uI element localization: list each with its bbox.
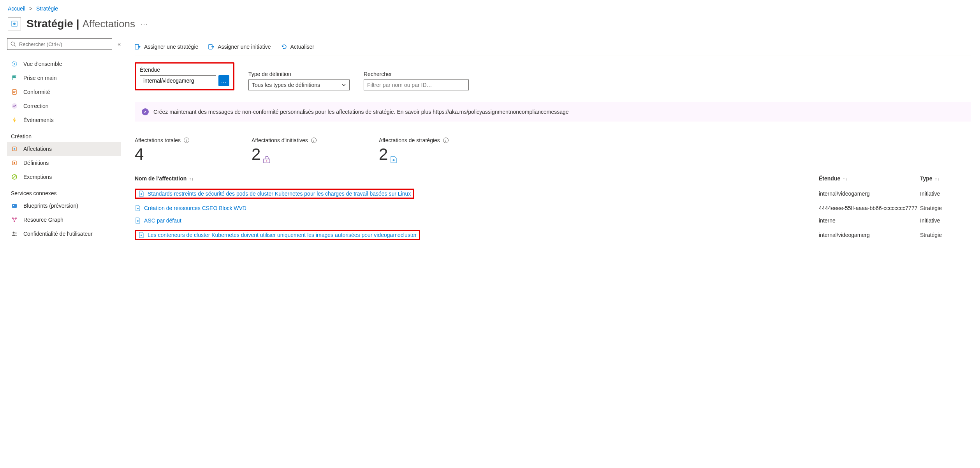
rocket-icon	[142, 108, 149, 115]
scope-highlight: Étendue …	[135, 62, 234, 90]
page-title: Stratégie | Affectations	[26, 18, 135, 30]
assignment-link[interactable]: Création de ressources CSEO Block WVD	[144, 205, 246, 211]
assignments-table: Nom de l'affectation↑↓ Étendue↑↓ Type↑↓ …	[135, 171, 971, 243]
sidebar-item-overview[interactable]: Vue d'ensemble	[7, 57, 121, 71]
svg-point-24	[266, 161, 267, 162]
search-label: Rechercher	[364, 71, 469, 77]
page-header: Stratégie | Affectations ⋯	[0, 13, 980, 38]
page-title-sub: Affectations	[83, 18, 135, 30]
svg-rect-6	[12, 90, 16, 94]
sidebar-item-definitions[interactable]: Définitions	[7, 156, 121, 170]
stat-value-text: 2	[379, 145, 388, 164]
assignment-link[interactable]: Les conteneurs de cluster Kubernetes doi…	[148, 232, 417, 238]
blueprints-icon	[11, 202, 18, 209]
svg-point-19	[13, 232, 15, 234]
remediation-icon	[11, 102, 18, 109]
refresh-button[interactable]: Actualiser	[281, 44, 314, 50]
svg-rect-11	[14, 162, 15, 164]
stat-initiatives: Affectations d'initiatives i 2	[252, 137, 317, 164]
more-actions-button[interactable]: ⋯	[141, 19, 148, 28]
policy-doc-icon	[138, 191, 144, 197]
sidebar-item-remediation[interactable]: Correction	[7, 99, 121, 113]
stat-label-text: Affectations totales	[135, 137, 181, 143]
svg-point-20	[15, 232, 17, 234]
assignments-icon	[11, 145, 18, 152]
initiative-icon	[263, 156, 271, 164]
sidebar-item-label: Confidentialité de l'utilisateur	[23, 231, 93, 237]
svg-rect-14	[12, 204, 17, 208]
cell-type: Stratégie	[920, 205, 971, 211]
sidebar-item-privacy[interactable]: Confidentialité de l'utilisateur	[7, 227, 121, 241]
svg-point-28	[137, 220, 139, 222]
sidebar-item-label: Événements	[23, 117, 54, 123]
svg-rect-15	[13, 205, 14, 206]
sidebar-item-label: Conformité	[23, 89, 50, 95]
breadcrumb-current[interactable]: Stratégie	[36, 5, 58, 12]
svg-point-9	[14, 148, 15, 150]
sidebar-item-events[interactable]: Événements	[7, 113, 121, 127]
stat-value-text: 4	[135, 145, 189, 164]
svg-point-29	[141, 235, 142, 236]
column-header-scope[interactable]: Étendue↑↓	[819, 175, 920, 182]
title-separator: |	[76, 18, 79, 30]
column-header-type[interactable]: Type↑↓	[920, 175, 971, 182]
policy-icon	[8, 17, 21, 30]
assign-icon	[135, 44, 141, 50]
definition-type-select[interactable]: Tous les types de définitions	[248, 79, 350, 90]
sidebar: « Vue d'ensemble Prise en main Conformit…	[0, 38, 121, 253]
toolbar-label: Assigner une stratégie	[144, 44, 198, 50]
cell-scope: 4444eeee-55ff-aaaa-bb66-cccccccc7777	[819, 205, 920, 211]
scope-input[interactable]	[140, 75, 216, 86]
info-banner: Créez maintenant des messages de non-con…	[135, 102, 971, 122]
toolbar: Assigner une stratégie Assigner une init…	[135, 38, 971, 55]
filter-bar: Étendue … Type de définition Tous les ty…	[135, 55, 971, 95]
sidebar-item-label: Définitions	[23, 160, 49, 166]
breadcrumb-separator: >	[29, 5, 32, 12]
sidebar-search[interactable]	[7, 38, 112, 50]
filter-search-input[interactable]	[364, 79, 469, 90]
refresh-icon	[281, 44, 287, 50]
lightning-icon	[11, 117, 18, 124]
chevron-down-icon	[341, 83, 346, 87]
toolbar-label: Actualiser	[290, 44, 314, 50]
collapse-sidebar-button[interactable]: «	[118, 41, 121, 47]
cell-scope: internal/videogamerg	[819, 191, 920, 197]
assign-icon	[208, 44, 215, 50]
sidebar-item-label: Vue d'ensemble	[23, 61, 62, 67]
info-icon[interactable]: i	[443, 138, 449, 143]
assignment-link[interactable]: ASC par défaut	[144, 217, 181, 224]
column-header-name[interactable]: Nom de l'affectation↑↓	[135, 175, 819, 182]
policy-doc-icon	[138, 232, 144, 238]
sidebar-item-exemptions[interactable]: Exemptions	[7, 170, 121, 184]
sidebar-section-related: Services connexes	[7, 184, 121, 199]
toolbar-label: Assigner une initiative	[218, 44, 271, 50]
sort-icon: ↑↓	[189, 176, 194, 182]
sidebar-section-creation: Création	[7, 127, 121, 142]
svg-point-2	[11, 42, 14, 45]
sidebar-item-getting-started[interactable]: Prise en main	[7, 71, 121, 85]
sidebar-search-input[interactable]	[19, 41, 109, 47]
sidebar-item-label: Blueprints (préversion)	[23, 203, 78, 209]
cell-type: Initiative	[920, 191, 971, 197]
cell-name: Création de ressources CSEO Block WVD	[135, 205, 819, 211]
cell-type: Initiative	[920, 217, 971, 224]
assign-policy-button[interactable]: Assigner une stratégie	[135, 44, 198, 50]
scope-label: Étendue	[140, 67, 229, 73]
scope-picker-button[interactable]: …	[218, 75, 229, 86]
breadcrumb-home[interactable]: Accueil	[8, 5, 25, 12]
main-content: Assigner une stratégie Assigner une init…	[121, 38, 980, 253]
sidebar-item-blueprints[interactable]: Blueprints (préversion)	[7, 199, 121, 213]
assign-initiative-button[interactable]: Assigner une initiative	[208, 44, 271, 50]
stat-label-text: Affectations de stratégies	[379, 137, 440, 143]
sidebar-item-assignments[interactable]: Affectations	[7, 142, 121, 156]
assignment-link[interactable]: Standards restreints de sécurité des pod…	[148, 191, 411, 197]
info-icon[interactable]: i	[184, 138, 189, 143]
sidebar-item-compliance[interactable]: Conformité	[7, 85, 121, 99]
sidebar-item-resource-graph[interactable]: Resource Graph	[7, 213, 121, 227]
definitions-icon	[11, 159, 18, 166]
cell-name: Standards restreints de sécurité des pod…	[135, 189, 819, 199]
info-icon[interactable]: i	[311, 138, 317, 143]
table-header-row: Nom de l'affectation↑↓ Étendue↑↓ Type↑↓	[135, 171, 971, 185]
page-title-main: Stratégie	[26, 18, 73, 30]
svg-point-26	[141, 193, 142, 195]
